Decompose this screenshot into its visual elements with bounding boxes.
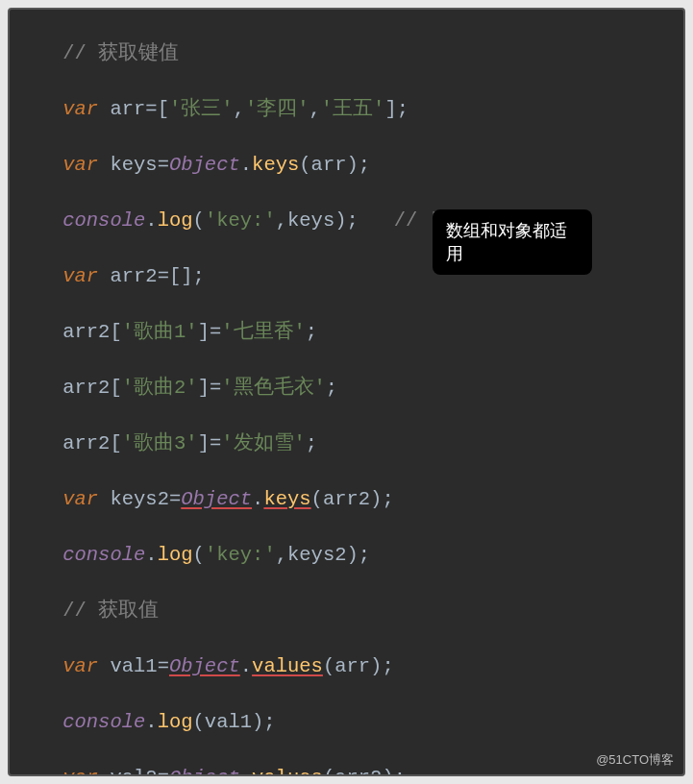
code-line: var val2=Object.values(arr2);	[15, 764, 678, 776]
code-line: var arr=['张三','李四','王五'];	[15, 95, 678, 123]
code-line: // 获取值	[15, 597, 678, 625]
underlined-method: values	[252, 655, 323, 677]
code-line: arr2['歌曲2']='黑色毛衣';	[15, 374, 678, 402]
code-line: arr2['歌曲3']='发如雪';	[15, 429, 678, 457]
code-line: arr2['歌曲1']='七里香';	[15, 318, 678, 346]
comment: // 获取值	[62, 600, 159, 622]
code-line: var keys2=Object.keys(arr2);	[15, 485, 678, 513]
tooltip-text: 数组和对象都适用	[446, 221, 567, 263]
code-block[interactable]: // 获取键值 var arr=['张三','李四','王五']; var ke…	[15, 12, 678, 776]
editor-frame: // 获取键值 var arr=['张三','李四','王五']; var ke…	[8, 8, 685, 776]
underlined-method: keys	[263, 488, 310, 510]
comment: // 获取键值	[62, 42, 179, 64]
watermark-text: @51CTO博客	[596, 751, 674, 769]
annotation-tooltip: 数组和对象都适用	[433, 209, 592, 275]
code-line: console.log('key:',keys2);	[15, 541, 678, 569]
underlined-object: Object	[169, 655, 240, 677]
code-line: console.log(val1);	[15, 708, 678, 736]
code-line: // 获取键值	[15, 39, 678, 67]
code-line: var val1=Object.values(arr);	[15, 652, 678, 680]
underlined-object: Object	[181, 488, 252, 510]
code-line: var keys=Object.keys(arr);	[15, 151, 678, 179]
